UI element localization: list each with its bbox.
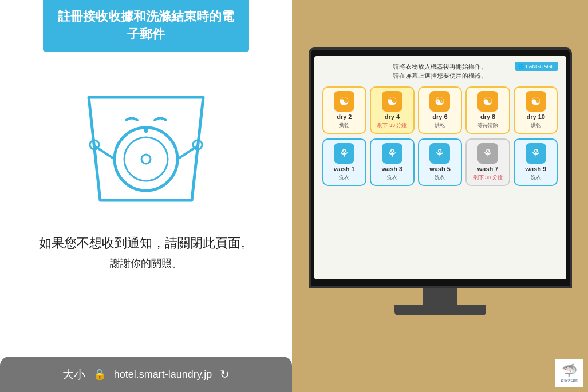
machine-card-wash3[interactable]: ⚘ wash 3 洗衣 (370, 138, 415, 186)
dry8-status: 等待清除 (477, 122, 498, 129)
dry8-name: dry 8 (480, 113, 495, 120)
machine-card-dry2[interactable]: ☯ dry 2 烘乾 (322, 86, 367, 134)
wash9-icon: ⚘ (526, 143, 546, 164)
instruction-line2: 請在屏幕上選擇您要使用的機器。 (393, 71, 487, 81)
machine-card-wash9[interactable]: ⚘ wash 9 洗衣 (514, 138, 558, 186)
dry4-icon: ☯ (382, 91, 402, 112)
dry2-name: dry 2 (337, 113, 352, 120)
right-panel: 請將衣物放入機器後再開始操作。 請在屏幕上選擇您要使用的機器。 🌐 LANGUA… (292, 0, 588, 392)
dry4-name: dry 4 (385, 113, 400, 120)
wash3-name: wash 3 (382, 165, 403, 172)
machine-card-wash5[interactable]: ⚘ wash 5 洗衣 (418, 138, 463, 186)
monitor: 請將衣物放入機器後再開始操作。 請在屏幕上選擇您要使用的機器。 🌐 LANGUA… (309, 47, 572, 288)
wash5-status: 洗衣 (435, 174, 445, 181)
monitor-instructions: 請將衣物放入機器後再開始操作。 請在屏幕上選擇您要使用的機器。 (393, 62, 487, 81)
dry4-status: 剩下 33 分鐘 (377, 122, 407, 129)
wash9-name: wash 9 (525, 165, 546, 172)
monitor-wrapper: 請將衣物放入機器後再開始操作。 請在屏幕上選擇您要使用的機器。 🌐 LANGUA… (309, 47, 572, 345)
washing-machine-illustration (66, 63, 226, 223)
language-button[interactable]: 🌐 LANGUAGE (515, 62, 558, 71)
machine-card-wash7[interactable]: ⚘ wash 7 剩下 30 分鐘 (465, 138, 510, 186)
wash-machines-grid: ⚘ wash 1 洗衣 ⚘ wash 3 洗衣 ⚘ wash 5 洗衣 (322, 138, 558, 186)
svg-point-2 (141, 155, 151, 164)
dry10-name: dry 10 (526, 113, 544, 120)
machine-card-wash1[interactable]: ⚘ wash 1 洗衣 (322, 138, 367, 186)
dry10-status: 烘乾 (531, 122, 541, 129)
wash7-icon: ⚘ (477, 143, 498, 164)
watermark-text: 鯊魚大口吃 (561, 378, 578, 383)
wash5-name: wash 5 (429, 165, 451, 172)
monitor-stand (423, 288, 457, 305)
wash7-status: 剩下 30 分鐘 (473, 174, 503, 181)
machine-card-dry8[interactable]: ☯ dry 8 等待清除 (465, 86, 510, 134)
svg-point-7 (144, 128, 148, 133)
wash9-status: 洗衣 (531, 174, 541, 181)
dry6-status: 烘乾 (435, 122, 445, 129)
svg-point-1 (124, 137, 168, 181)
dry8-icon: ☯ (477, 91, 498, 112)
dry-machines-grid: ☯ dry 2 烘乾 ☯ dry 4 剩下 33 分鐘 ☯ dry 6 烘乾 (322, 86, 558, 134)
watermark-icon: 🦈 (562, 363, 577, 378)
language-label: LANGUAGE (526, 64, 554, 69)
wash1-status: 洗衣 (339, 174, 349, 181)
monitor-screen: 請將衣物放入機器後再開始操作。 請在屏幕上選擇您要使用的機器。 🌐 LANGUA… (314, 56, 566, 279)
dry10-icon: ☯ (526, 91, 546, 112)
monitor-base (394, 305, 486, 315)
wash1-name: wash 1 (334, 165, 355, 172)
wash3-status: 洗衣 (387, 174, 397, 181)
dry6-icon: ☯ (429, 91, 450, 112)
size-label: 大小 (62, 367, 85, 382)
monitor-header: 請將衣物放入機器後再開始操作。 請在屏幕上選擇您要使用的機器。 🌐 LANGUA… (322, 62, 558, 81)
reload-icon[interactable]: ↻ (220, 367, 230, 381)
left-panel: 註冊接收收據和洗滌結束時的電子郵件 如果您不想收到通知，請關閉此頁面。 謝謝你的… (0, 0, 292, 392)
dry2-status: 烘乾 (339, 122, 349, 129)
wash3-icon: ⚘ (382, 143, 402, 164)
wash1-icon: ⚘ (334, 143, 354, 164)
top-banner: 註冊接收收據和洗滌結束時的電子郵件 (43, 0, 249, 52)
machine-card-dry4[interactable]: ☯ dry 4 剩下 33 分鐘 (370, 86, 415, 134)
wash5-icon: ⚘ (429, 143, 450, 164)
lock-icon: 🔒 (93, 368, 106, 381)
instruction-line1: 請將衣物放入機器後再開始操作。 (393, 62, 487, 72)
dry2-icon: ☯ (334, 91, 354, 112)
bottom-bar: 大小 🔒 hotel.smart-laundry.jp ↻ (0, 357, 292, 392)
watermark: 🦈 鯊魚大口吃 (555, 359, 583, 387)
dry6-name: dry 6 (432, 113, 447, 120)
domain-text: hotel.smart-laundry.jp (114, 369, 212, 381)
machine-card-dry10[interactable]: ☯ dry 10 烘乾 (514, 86, 558, 134)
notification-text: 如果您不想收到通知，請關閉此頁面。 (39, 235, 253, 252)
machine-card-dry6[interactable]: ☯ dry 6 烘乾 (418, 86, 463, 134)
wash7-name: wash 7 (477, 165, 499, 172)
thanks-text: 謝謝你的關照。 (110, 256, 182, 270)
language-icon: 🌐 (518, 64, 524, 69)
